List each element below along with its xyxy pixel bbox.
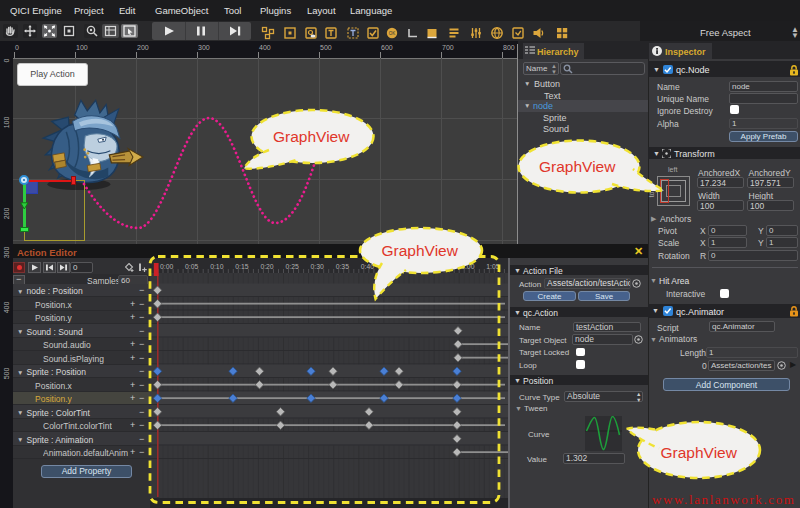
svg-text:GraphView: GraphView xyxy=(661,444,738,461)
